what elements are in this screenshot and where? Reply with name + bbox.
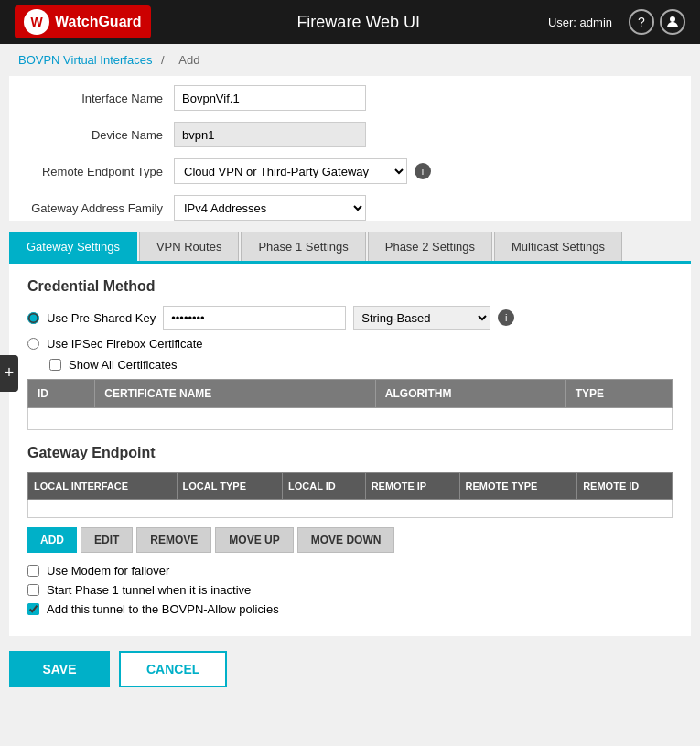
psk-input[interactable] [163,306,346,330]
gw-col-local-id: LOCAL ID [283,473,366,500]
certificates-table: ID CERTIFICATE NAME ALGORITHM TYPE [27,379,673,430]
psk-radio-row: Use Pre-Shared Key String-Based i [27,306,673,330]
gateway-endpoint-title: Gateway Endpoint [27,445,673,461]
interface-name-input[interactable] [174,85,366,111]
gateway-address-row: Gateway Address Family IPv4 Addresses [27,195,673,221]
move-down-button[interactable]: MOVE DOWN [297,527,395,553]
app-header: W WatchGuard Fireware Web UI User: admin… [0,0,700,44]
psk-radio[interactable] [27,312,39,324]
breadcrumb-current: Add [178,53,199,67]
psk-info-icon[interactable]: i [498,309,514,326]
breadcrumb-separator: / [161,53,165,67]
move-up-button[interactable]: MOVE UP [215,527,293,553]
bovpn-allow-checkbox[interactable] [27,603,39,615]
tab-phase2-settings[interactable]: Phase 2 Settings [368,232,492,261]
logo: W WatchGuard [15,5,151,38]
modem-failover-label: Use Modem for failover [47,564,169,578]
cert-col-type: TYPE [565,380,672,408]
logo-name: WatchGuard [55,14,142,30]
gateway-address-select[interactable]: IPv4 Addresses [174,195,366,221]
remote-endpoint-label: Remote Endpoint Type [27,165,174,178]
interface-name-row: Interface Name [27,85,673,111]
device-name-input [174,122,366,147]
credential-section: Credential Method Use Pre-Shared Key Str… [27,278,673,430]
psk-radio-label: Use Pre-Shared Key [47,311,156,325]
device-name-row: Device Name [27,122,673,147]
footer-buttons: SAVE CANCEL [9,651,691,687]
app-title: Fireware Web UI [169,13,548,32]
logo-letter: W [30,15,42,29]
edit-button[interactable]: EDIT [81,527,133,553]
tab-gateway-settings[interactable]: Gateway Settings [9,232,137,261]
cert-col-algorithm: ALGORITHM [375,380,565,408]
cert-radio-label: Use IPSec Firebox Certificate [47,337,203,351]
credential-title: Credential Method [27,278,673,295]
help-icon[interactable]: ? [629,9,654,35]
psk-type-select[interactable]: String-Based [353,306,490,330]
cert-col-id: ID [28,380,95,408]
remote-endpoint-select[interactable]: Cloud VPN or Third-Party Gateway [174,158,407,184]
gw-col-remote-id: REMOTE ID [577,473,673,500]
start-phase1-row: Start Phase 1 tunnel when it is inactive [27,583,673,597]
content-area: Credential Method Use Pre-Shared Key Str… [9,261,691,636]
gw-col-local-type: LOCAL TYPE [177,473,282,500]
save-button[interactable]: SAVE [9,651,110,687]
cert-radio[interactable] [27,338,39,350]
breadcrumb: BOVPN Virtual Interfaces / Add [0,44,700,76]
cancel-button[interactable]: CANCEL [119,651,227,687]
show-certs-checkbox[interactable] [49,359,61,371]
show-certs-label: Show All Certificates [69,358,178,372]
tab-vpn-routes[interactable]: VPN Routes [139,232,240,261]
device-name-label: Device Name [27,128,174,142]
tab-phase1-settings[interactable]: Phase 1 Settings [241,232,365,261]
remove-button[interactable]: REMOVE [136,527,211,553]
side-add-button[interactable]: + [0,355,18,392]
interface-name-label: Interface Name [27,92,174,105]
tabs-container: Gateway Settings VPN Routes Phase 1 Sett… [9,232,691,261]
gw-col-remote-ip: REMOTE IP [365,473,459,500]
show-certs-row: Show All Certificates [49,358,673,372]
user-label: User: admin [548,16,612,29]
start-phase1-label: Start Phase 1 tunnel when it is inactive [47,583,251,597]
remote-endpoint-row: Remote Endpoint Type Cloud VPN or Third-… [27,158,673,184]
cert-empty-row [28,408,673,430]
cert-radio-row: Use IPSec Firebox Certificate [27,337,673,351]
start-phase1-checkbox[interactable] [27,584,39,596]
bovpn-allow-label: Add this tunnel to the BOVPN-Allow polic… [47,602,279,616]
form-area: Interface Name Device Name Remote Endpoi… [9,76,691,221]
gateway-endpoint-table: LOCAL INTERFACE LOCAL TYPE LOCAL ID REMO… [27,472,673,518]
modem-failover-checkbox[interactable] [27,565,39,577]
bottom-checkboxes: Use Modem for failover Start Phase 1 tun… [27,564,673,616]
logo-circle: W [24,9,49,35]
add-button[interactable]: ADD [27,527,77,553]
bovpn-allow-row: Add this tunnel to the BOVPN-Allow polic… [27,602,673,616]
gw-empty-row [28,500,673,518]
remote-endpoint-info-icon[interactable]: i [415,163,431,179]
gw-col-local-interface: LOCAL INTERFACE [28,473,178,500]
gateway-address-label: Gateway Address Family [27,201,174,215]
gateway-endpoint-section: Gateway Endpoint LOCAL INTERFACE LOCAL T… [27,445,673,616]
action-buttons: ADD EDIT REMOVE MOVE UP MOVE DOWN [27,527,673,553]
cert-col-name: CERTIFICATE NAME [95,380,376,408]
breadcrumb-link[interactable]: BOVPN Virtual Interfaces [18,53,152,67]
gw-col-remote-type: REMOTE TYPE [459,473,577,500]
tab-multicast-settings[interactable]: Multicast Settings [494,232,622,261]
svg-point-0 [670,16,675,22]
modem-failover-row: Use Modem for failover [27,564,673,578]
user-account-icon[interactable] [660,9,685,35]
